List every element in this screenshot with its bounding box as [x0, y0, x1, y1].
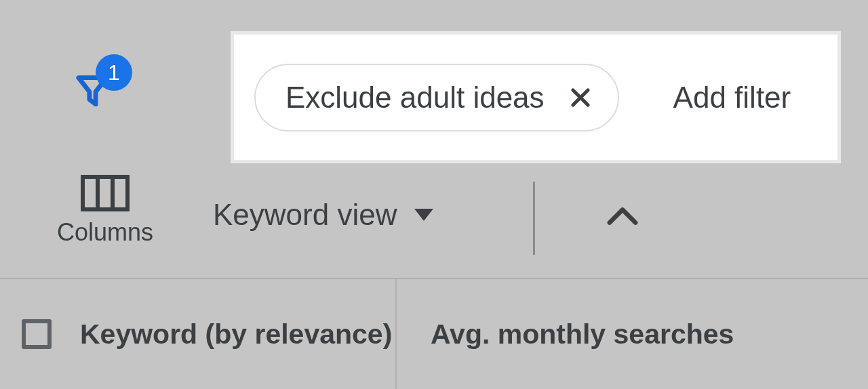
columns-button[interactable]: Columns: [44, 175, 166, 247]
column-header-avg-searches[interactable]: Avg. monthly searches: [397, 279, 868, 389]
columns-icon: [81, 175, 130, 211]
keyword-view-label: Keyword view: [213, 198, 397, 232]
filter-chip-exclude-adult[interactable]: Exclude adult ideas: [254, 64, 619, 131]
divider: [533, 182, 535, 255]
close-icon[interactable]: [568, 85, 593, 110]
add-filter-button[interactable]: Add filter: [673, 81, 791, 115]
filter-button[interactable]: 1: [74, 61, 128, 119]
column-header-keyword[interactable]: Keyword (by relevance): [0, 279, 397, 389]
top-strip: [0, 0, 868, 24]
column-header-label: Keyword (by relevance): [80, 319, 392, 350]
filter-chip-label: Exclude adult ideas: [285, 81, 545, 115]
chevron-up-icon: [607, 207, 638, 226]
columns-label: Columns: [57, 218, 153, 247]
filter-count-badge: 1: [96, 54, 132, 91]
keyword-view-dropdown[interactable]: Keyword view: [213, 198, 433, 232]
column-header-label: Avg. monthly searches: [431, 319, 734, 350]
select-all-checkbox[interactable]: [22, 319, 52, 349]
collapse-button[interactable]: [606, 206, 639, 226]
table-header: Keyword (by relevance) Avg. monthly sear…: [0, 278, 868, 389]
caret-down-icon: [414, 209, 433, 221]
filter-bar: Exclude adult ideas Add filter: [231, 31, 841, 163]
